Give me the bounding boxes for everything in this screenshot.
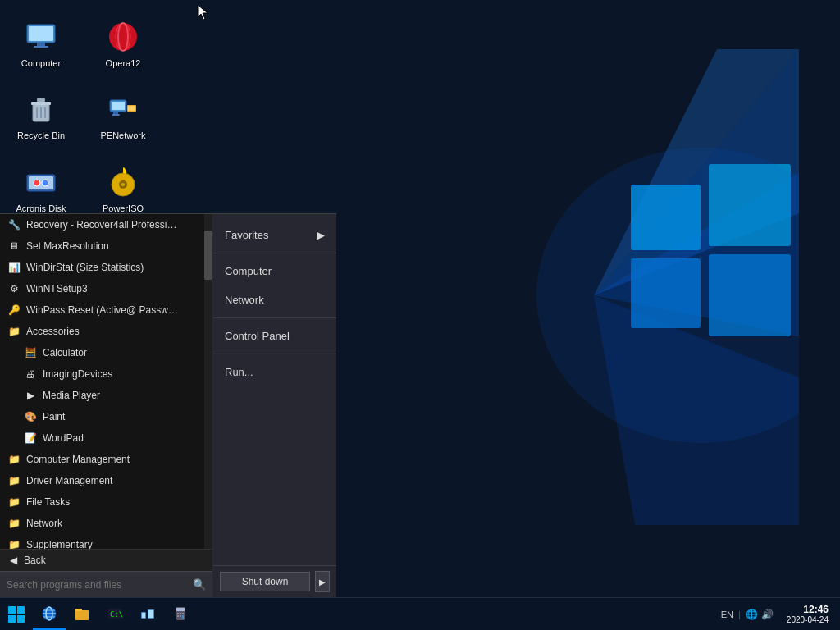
menu-item-network-folder[interactable]: 📁 Network	[0, 513, 212, 534]
mediaplayer-icon: ▶	[23, 388, 38, 403]
computer-icon	[24, 20, 58, 54]
clock-date: 2020-04-24	[787, 615, 829, 624]
svg-rect-19	[37, 98, 45, 102]
compmanage-icon: 📁	[7, 452, 21, 467]
right-item-favorites[interactable]: Favorites ▶	[213, 221, 336, 249]
right-separator-1	[213, 253, 336, 253]
svg-text:C:\>: C:\>	[110, 610, 123, 619]
menu-item-filetasks[interactable]: 📁 File Tasks	[0, 491, 212, 513]
menu-item-imaging[interactable]: 🖨 ImagingDevices	[0, 363, 212, 385]
menu-item-wordpad[interactable]: 📝 WordPad	[0, 427, 212, 449]
run-label: Run...	[225, 366, 253, 378]
taskbar-clock[interactable]: 12:46 2020-04-24	[780, 604, 835, 624]
svg-rect-55	[177, 613, 179, 614]
menu-item-winpass[interactable]: 🔑 WinPass Reset (Active@ Password Chan	[0, 299, 212, 321]
supplementary-icon: 📁	[7, 537, 21, 549]
taskbar-network[interactable]	[131, 599, 164, 630]
poweriso-icon	[106, 165, 140, 199]
opera-icon	[106, 20, 140, 54]
windirstat-icon: 📊	[7, 260, 21, 275]
menu-item-paint[interactable]: 🎨 Paint	[0, 406, 212, 427]
tray-icons: EN | 🌐 🔊	[721, 609, 774, 620]
back-button[interactable]: ◀ Back	[0, 549, 212, 571]
svg-rect-30	[29, 176, 53, 189]
svg-rect-52	[148, 610, 153, 618]
desktop-icon-penet[interactable]: PENetwork	[90, 87, 156, 146]
menu-item-drivermanage[interactable]: 📁 Driver Management	[0, 470, 212, 491]
desktop-icons: Computer Opera12	[0, 0, 164, 237]
start-menu-right: Favorites ▶ Computer Network Control Pan…	[213, 214, 336, 597]
desktop-wallpaper	[389, 49, 799, 525]
tray-volume-icon[interactable]: 🔊	[761, 609, 774, 620]
tray-network-icon[interactable]: 🌐	[746, 609, 758, 620]
menu-item-compmanage[interactable]: 📁 Computer Management	[0, 449, 212, 470]
right-item-network[interactable]: Network	[213, 285, 336, 314]
shutdown-button[interactable]: Shut down	[220, 572, 310, 591]
desktop-icon-computer[interactable]: Computer	[8, 15, 74, 74]
right-item-computer[interactable]: Computer	[213, 257, 336, 285]
svg-rect-46	[75, 609, 82, 611]
svg-rect-39	[17, 615, 25, 623]
network-folder-icon: 📁	[7, 516, 21, 531]
svg-rect-45	[75, 610, 89, 620]
menu-item-recovery[interactable]: 🔧 Recovery - Recover4all Professional	[0, 214, 212, 235]
mouse-cursor	[197, 4, 207, 19]
taskbar-cmd[interactable]: C:\>	[98, 599, 131, 630]
opera-icon-label: Opera12	[106, 57, 141, 69]
svg-point-31	[34, 180, 40, 186]
svg-point-32	[42, 180, 48, 186]
right-separator-3	[213, 354, 336, 354]
svg-point-35	[121, 183, 125, 186]
svg-rect-25	[113, 112, 118, 114]
taskbar-ie[interactable]	[33, 599, 66, 630]
menu-item-supplementary[interactable]: 📁 Supplementary	[0, 534, 212, 549]
taskbar: C:\>	[0, 597, 840, 630]
menu-item-setmaxres[interactable]: 🖥 Set MaxResolution	[0, 235, 212, 257]
shutdown-arrow-button[interactable]: ▶	[315, 571, 330, 592]
tray-separator: |	[738, 609, 741, 619]
computer-icon-label: Computer	[21, 57, 61, 69]
svg-rect-28	[128, 106, 135, 111]
back-label: Back	[24, 555, 46, 566]
right-separator-2	[213, 317, 336, 318]
calculator-sm-icon: 🧮	[23, 345, 38, 360]
recycle-bin-icon	[24, 92, 58, 126]
scrollbar-track[interactable]	[204, 214, 212, 549]
menu-item-accessories[interactable]: 📁 Accessories	[0, 321, 212, 342]
penetwork-icon	[106, 92, 140, 126]
svg-rect-13	[34, 46, 48, 48]
svg-rect-11	[29, 26, 53, 41]
drivermanage-icon: 📁	[7, 473, 21, 488]
scrollbar-thumb[interactable]	[204, 231, 212, 280]
computer-r-label: Computer	[225, 265, 272, 277]
menu-item-calculator[interactable]: 🧮 Calculator	[0, 342, 212, 363]
taskbar-explorer[interactable]	[66, 599, 98, 630]
start-search-bar: 🔍	[0, 571, 212, 597]
search-input[interactable]	[7, 579, 193, 591]
start-menu-left: 🔧 Recovery - Recover4all Professional 🖥 …	[0, 214, 213, 597]
right-item-control-panel[interactable]: Control Panel	[213, 322, 336, 350]
start-menu: 🔧 Recovery - Recover4all Professional 🖥 …	[0, 213, 336, 597]
svg-rect-51	[142, 613, 145, 618]
svg-rect-58	[177, 615, 179, 617]
right-item-run[interactable]: Run...	[213, 358, 336, 386]
desktop-icon-opera[interactable]: Opera12	[90, 15, 156, 74]
back-arrow-icon: ◀	[10, 555, 17, 566]
svg-rect-12	[37, 43, 45, 46]
shutdown-area: Shut down ▶	[213, 565, 336, 597]
svg-rect-60	[182, 615, 184, 619]
taskbar-calculator[interactable]	[164, 599, 197, 630]
recycle-bin-label: Recycle Bin	[17, 130, 65, 141]
menu-item-mediaplayer[interactable]: ▶ Media Player	[0, 385, 212, 406]
taskbar-tray: EN | 🌐 🔊 12:46 2020-04-24	[721, 604, 840, 624]
recovery-icon: 🔧	[7, 217, 21, 232]
svg-rect-18	[31, 102, 51, 105]
shutdown-arrow-icon: ▶	[319, 578, 326, 587]
poweriso-label: PowerISO	[103, 203, 144, 214]
desktop-icon-recycle[interactable]: Recycle Bin	[8, 87, 74, 146]
start-button[interactable]	[0, 598, 33, 631]
menu-item-winntsetup[interactable]: ⚙ WinNTSetup3	[0, 278, 212, 299]
filetasks-icon: 📁	[7, 495, 21, 509]
menu-item-windirstat[interactable]: 📊 WinDirStat (Size Statistics)	[0, 257, 212, 278]
svg-rect-24	[112, 102, 125, 110]
